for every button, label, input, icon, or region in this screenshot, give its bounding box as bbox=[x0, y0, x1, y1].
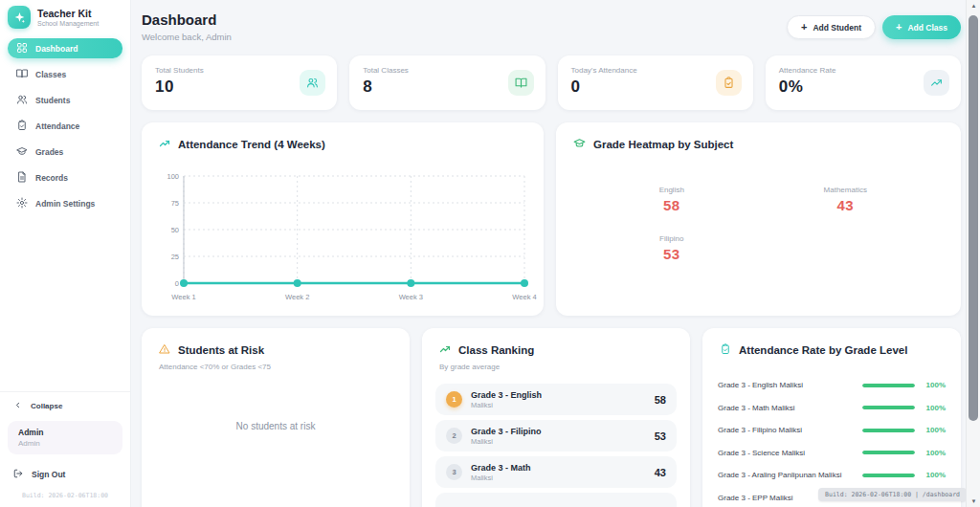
class-name: Grade 3 - Math bbox=[471, 463, 646, 473]
stat-label: Total Students bbox=[155, 66, 204, 75]
stat-card-attendance-rate: Attendance Rate0% bbox=[766, 55, 961, 110]
sidebar-item-students[interactable]: Students bbox=[8, 90, 122, 110]
stat-card-today-s-attendance: Today's Attendance0 bbox=[558, 55, 753, 110]
heatmap-cell-english: English58 bbox=[585, 186, 759, 213]
svg-text:Week 1: Week 1 bbox=[171, 293, 195, 301]
attendance-percent: 100% bbox=[923, 449, 946, 457]
book-icon bbox=[16, 68, 28, 81]
svg-text:Week 3: Week 3 bbox=[399, 293, 423, 301]
scroll-up-icon[interactable]: ▲ bbox=[967, 3, 980, 9]
stat-value: 10 bbox=[155, 77, 174, 97]
add-class-button[interactable]: + Add Class bbox=[882, 15, 961, 39]
sidebar-item-label: Records bbox=[35, 173, 68, 183]
scroll-down-icon[interactable]: ▼ bbox=[967, 498, 980, 504]
app-title: Teacher Kit bbox=[37, 8, 99, 20]
sidebar-item-label: Attendance bbox=[35, 121, 79, 131]
attendance-progress-bar bbox=[862, 406, 915, 409]
clipboard-icon bbox=[716, 70, 742, 96]
heatmap-subject: Mathematics bbox=[759, 186, 933, 194]
sidebar-item-classes[interactable]: Classes bbox=[8, 64, 122, 84]
attendance-percent: 100% bbox=[923, 404, 946, 412]
rank-badge: 3 bbox=[446, 464, 462, 480]
page-title: Dashboard bbox=[142, 11, 232, 28]
attendance-rate-title: Attendance Rate by Grade Level bbox=[739, 344, 907, 356]
class-section: Maliksi bbox=[471, 437, 646, 446]
svg-text:25: 25 bbox=[171, 253, 179, 261]
ranking-row[interactable]: 2Grade 3 - FilipinoMaliksi53 bbox=[435, 420, 677, 452]
sidebar-item-records[interactable]: Records bbox=[8, 167, 122, 187]
heatmap-subject: English bbox=[585, 186, 759, 194]
stat-card-total-students: Total Students10 bbox=[142, 55, 337, 110]
heatmap-value: 58 bbox=[585, 197, 759, 213]
sidebar-item-label: Classes bbox=[35, 70, 66, 79]
attendance-trend-card: Attendance Trend (4 Weeks) 0255075100Wee… bbox=[142, 122, 544, 316]
class-section: Maliksi bbox=[471, 401, 646, 409]
graduation-cap-icon bbox=[16, 145, 28, 159]
grade-heatmap-title: Grade Heatmap by Subject bbox=[593, 139, 733, 150]
warning-icon bbox=[159, 342, 170, 359]
svg-text:Week 4: Week 4 bbox=[512, 293, 536, 301]
svg-text:75: 75 bbox=[171, 199, 179, 208]
brand: Teacher Kit School Management bbox=[0, 0, 130, 36]
attendance-trend-chart: 0255075100Week 1Week 2Week 3Week 4 bbox=[155, 166, 530, 308]
class-ranking-title: Class Ranking bbox=[458, 344, 534, 356]
stat-value: 0 bbox=[571, 77, 581, 97]
collapse-button[interactable]: Collapse bbox=[8, 401, 122, 421]
attendance-rate-card: Attendance Rate by Grade Level Grade 3 -… bbox=[702, 328, 961, 507]
ranking-row[interactable]: 3Grade 3 - MathMaliksi43 bbox=[435, 456, 677, 488]
trend-up-icon bbox=[439, 342, 451, 359]
svg-text:0: 0 bbox=[175, 279, 179, 288]
students-icon bbox=[16, 94, 28, 107]
students-icon bbox=[300, 70, 325, 96]
vertical-scrollbar[interactable]: ▲ ▼ bbox=[966, 0, 980, 507]
sidebar-item-grades[interactable]: Grades bbox=[8, 142, 122, 162]
attendance-progress-bar bbox=[862, 429, 915, 432]
scrollbar-thumb[interactable] bbox=[969, 15, 978, 421]
sidebar-item-admin-settings[interactable]: Admin Settings bbox=[8, 193, 122, 213]
attendance-rate-row: Grade 3 - Filipino Maliksi100% bbox=[718, 419, 946, 442]
clipboard-check-icon bbox=[720, 342, 731, 359]
grade-level-label: Grade 3 - Araling Panlipunan Maliksi bbox=[718, 471, 862, 479]
heatmap-grid: English58Mathematics43Filipino53 bbox=[556, 153, 961, 262]
attendance-trend-title: Attendance Trend (4 Weeks) bbox=[178, 139, 325, 150]
sidebar-item-dashboard[interactable]: Dashboard bbox=[8, 38, 122, 58]
welcome-text: Welcome back, Admin bbox=[142, 32, 232, 42]
sign-out-button[interactable]: Sign Out bbox=[8, 465, 122, 492]
sidebar: Teacher Kit School Management DashboardC… bbox=[0, 0, 131, 507]
class-ranking-subtitle: By grade average bbox=[422, 359, 690, 371]
plus-icon: + bbox=[896, 22, 902, 33]
grade-level-label: Grade 3 - English Maliksi bbox=[718, 381, 862, 389]
add-student-button[interactable]: + Add Student bbox=[787, 15, 876, 39]
sidebar-item-label: Dashboard bbox=[35, 44, 78, 54]
grade-level-label: Grade 3 - Filipino Maliksi bbox=[718, 426, 862, 434]
page-header: Dashboard Welcome back, Admin bbox=[142, 11, 232, 42]
app-tagline: School Management bbox=[37, 20, 99, 27]
build-info: Build: 2026-02-06T18:00 bbox=[8, 492, 122, 503]
heatmap-cell-mathematics: Mathematics43 bbox=[759, 186, 933, 213]
rank-badge: 2 bbox=[446, 428, 462, 444]
stat-value: 8 bbox=[363, 77, 372, 97]
sign-out-icon bbox=[13, 469, 23, 480]
heatmap-subject: Filipino bbox=[585, 234, 759, 243]
sidebar-item-label: Grades bbox=[35, 147, 63, 157]
file-icon bbox=[16, 171, 28, 185]
attendance-progress-bar bbox=[862, 451, 915, 454]
attendance-percent: 100% bbox=[923, 471, 946, 479]
user-card[interactable]: Admin Admin bbox=[8, 421, 122, 454]
user-name: Admin bbox=[18, 428, 112, 437]
sidebar-item-attendance[interactable]: Attendance bbox=[8, 116, 122, 136]
attendance-rate-row: Grade 3 - English Maliksi100% bbox=[718, 374, 946, 397]
stat-label: Total Classes bbox=[363, 66, 409, 75]
ranking-row[interactable]: 1Grade 3 - EnglishMaliksi58 bbox=[435, 384, 677, 415]
gear-icon bbox=[16, 197, 28, 210]
heatmap-value: 43 bbox=[759, 197, 933, 213]
attendance-rate-row: Grade 3 - Araling Panlipunan Maliksi100% bbox=[718, 464, 946, 487]
dashboard-icon bbox=[16, 42, 28, 55]
book-icon bbox=[508, 70, 534, 96]
chevron-left-icon bbox=[13, 401, 22, 411]
svg-text:50: 50 bbox=[171, 226, 179, 234]
students-at-risk-title: Students at Risk bbox=[178, 344, 264, 356]
empty-state-message: No students at risk bbox=[142, 421, 410, 431]
class-average: 58 bbox=[655, 394, 666, 406]
attendance-rate-row: Grade 3 - Science Maliksi100% bbox=[718, 442, 946, 465]
